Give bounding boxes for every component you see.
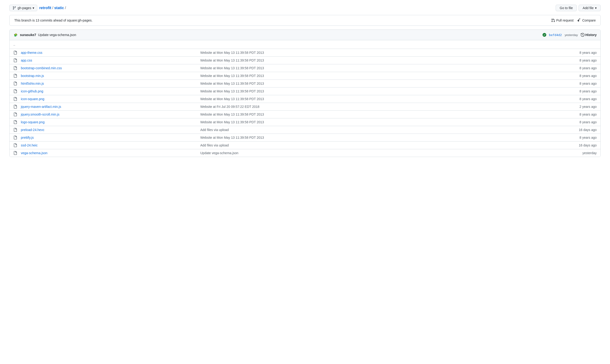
file-name[interactable]: preload-24.hevc: [21, 128, 200, 132]
file-name[interactable]: app.css: [21, 58, 200, 62]
file-icon: [13, 74, 21, 78]
file-row: jquery.smooth-scroll.min.js Website at M…: [10, 111, 600, 118]
breadcrumb-repo-link[interactable]: retrofit: [39, 6, 51, 10]
file-time: 16 days ago: [559, 128, 597, 132]
notice-actions: Pull request Compare: [551, 18, 596, 22]
commit-message: Update vega-schema.json: [38, 33, 76, 37]
history-icon: [581, 33, 584, 37]
file-name[interactable]: bootstrap.min.js: [21, 74, 200, 78]
file-name[interactable]: vega-schema.json: [21, 151, 200, 155]
file-row: prettify.js Website at Mon May 13 11:39:…: [10, 134, 600, 142]
go-to-file-button[interactable]: Go to file: [556, 5, 577, 11]
add-file-button[interactable]: Add file ▾: [579, 5, 601, 11]
file-rows-container: app-theme.css Website at Mon May 13 11:3…: [10, 49, 600, 157]
file-row: ssd-24.heic Add files via upload 16 days…: [10, 142, 600, 149]
file-icon: [13, 136, 21, 139]
file-row: bootstrap-combined.min.css Website at Mo…: [10, 64, 600, 72]
file-row: app-theme.css Website at Mon May 13 11:3…: [10, 49, 600, 57]
file-row: preload-24.hevc Add files via upload 16 …: [10, 126, 600, 134]
history-link[interactable]: History: [581, 33, 597, 37]
file-name[interactable]: prettify.js: [21, 136, 200, 139]
file-icon: [13, 82, 21, 85]
file-commit-message: Website at Mon May 13 11:39:58 PDT 2013: [200, 97, 559, 101]
file-icon: [13, 128, 21, 132]
notice-bar: This branch is 13 commits ahead of squar…: [9, 15, 601, 26]
file-commit-message: Website at Mon May 13 11:39:58 PDT 2013: [200, 89, 559, 93]
file-commit-message: Website at Mon May 13 11:39:58 PDT 2013: [200, 120, 559, 124]
compare-label: Compare: [582, 18, 596, 22]
file-time: 8 years ago: [559, 82, 597, 85]
file-row: app.css Website at Mon May 13 11:39:58 P…: [10, 57, 600, 64]
file-time: yesterday: [559, 151, 597, 155]
file-icon: [13, 58, 21, 62]
file-time: 8 years ago: [559, 51, 597, 54]
top-bar-right: Go to file Add file ▾: [556, 5, 601, 11]
pull-request-link[interactable]: Pull request: [551, 18, 573, 22]
file-name[interactable]: ssd-24.heic: [21, 143, 200, 147]
commit-time: yesterday: [565, 33, 578, 37]
file-commit-message: Website at Mon May 13 11:39:58 PDT 2013: [200, 74, 559, 78]
file-icon: [13, 151, 21, 155]
file-commit-message: Website at Mon May 13 11:39:58 PDT 2013: [200, 58, 559, 62]
file-icon: [13, 143, 21, 147]
compare-icon: [577, 18, 581, 22]
list-header-right: befd4d2 yesterday History: [542, 33, 597, 37]
parent-dir-row[interactable]: ..: [10, 40, 600, 49]
file-commit-message: Website at Mon May 13 11:39:58 PDT 2013: [200, 136, 559, 139]
list-header: 🧩 surasuke7 Update vega-schema.json befd…: [10, 30, 600, 40]
file-time: 8 years ago: [559, 120, 597, 124]
file-time: 8 years ago: [559, 136, 597, 139]
history-label: History: [585, 33, 597, 37]
check-icon: [542, 33, 546, 37]
file-row: icon-square.png Website at Mon May 13 11…: [10, 95, 600, 103]
file-row: logo-square.png Website at Mon May 13 11…: [10, 118, 600, 126]
author-avatar: 🧩: [13, 33, 18, 37]
file-commit-message: Website at Mon May 13 11:39:58 PDT 2013: [200, 113, 559, 116]
file-icon: [13, 105, 21, 109]
breadcrumb: retrofit / static /: [39, 6, 66, 10]
file-row: jquery-maven-artifact.min.js Website at …: [10, 103, 600, 111]
pull-request-label: Pull request: [556, 18, 573, 22]
file-name[interactable]: icon-square.png: [21, 97, 200, 101]
file-time: 8 years ago: [559, 113, 597, 116]
file-time: 16 days ago: [559, 143, 597, 147]
file-name[interactable]: logo-square.png: [21, 120, 200, 124]
file-row: bootstrap.min.js Website at Mon May 13 1…: [10, 72, 600, 80]
parent-dir-symbol: ..: [13, 43, 15, 46]
pull-request-icon: [551, 18, 555, 22]
file-name[interactable]: icon-github.png: [21, 89, 200, 93]
branch-selector[interactable]: gh-pages ▾: [9, 5, 37, 11]
commit-hash[interactable]: befd4d2: [549, 33, 562, 37]
file-name[interactable]: jquery.smooth-scroll.min.js: [21, 113, 200, 116]
breadcrumb-folder-link[interactable]: static: [54, 6, 64, 10]
file-row: html5shiv.min.js Website at Mon May 13 1…: [10, 80, 600, 88]
file-row: vega-schema.json Update vega-schema.json…: [10, 149, 600, 157]
file-name[interactable]: app-theme.css: [21, 51, 200, 54]
file-row: icon-github.png Website at Mon May 13 11…: [10, 88, 600, 95]
file-name[interactable]: html5shiv.min.js: [21, 82, 200, 85]
branch-name: gh-pages: [18, 6, 31, 10]
file-icon: [13, 113, 21, 116]
add-file-chevron: ▾: [595, 6, 597, 10]
file-icon: [13, 51, 21, 54]
file-commit-message: Website at Mon May 13 11:39:58 PDT 2013: [200, 66, 559, 70]
compare-link[interactable]: Compare: [577, 18, 596, 22]
file-commit-message: Add files via upload: [200, 143, 559, 147]
file-list-container: 🧩 surasuke7 Update vega-schema.json befd…: [9, 29, 601, 157]
commit-author[interactable]: surasuke7: [20, 33, 36, 37]
file-commit-message: Website at Mon May 13 11:39:58 PDT 2013: [200, 82, 559, 85]
branch-chevron: ▾: [33, 6, 34, 10]
file-icon: [13, 66, 21, 70]
commit-check-icon: [542, 33, 546, 37]
file-time: 8 years ago: [559, 97, 597, 101]
file-icon: [13, 89, 21, 93]
file-name[interactable]: jquery-maven-artifact.min.js: [21, 105, 200, 109]
file-time: 8 years ago: [559, 74, 597, 78]
file-icon: [13, 97, 21, 101]
file-name[interactable]: bootstrap-combined.min.css: [21, 66, 200, 70]
breadcrumb-sep1: /: [52, 6, 53, 10]
file-time: 2 years ago: [559, 105, 597, 109]
list-header-left: 🧩 surasuke7 Update vega-schema.json: [13, 33, 76, 37]
add-file-label: Add file: [582, 6, 594, 10]
file-time: 8 years ago: [559, 89, 597, 93]
